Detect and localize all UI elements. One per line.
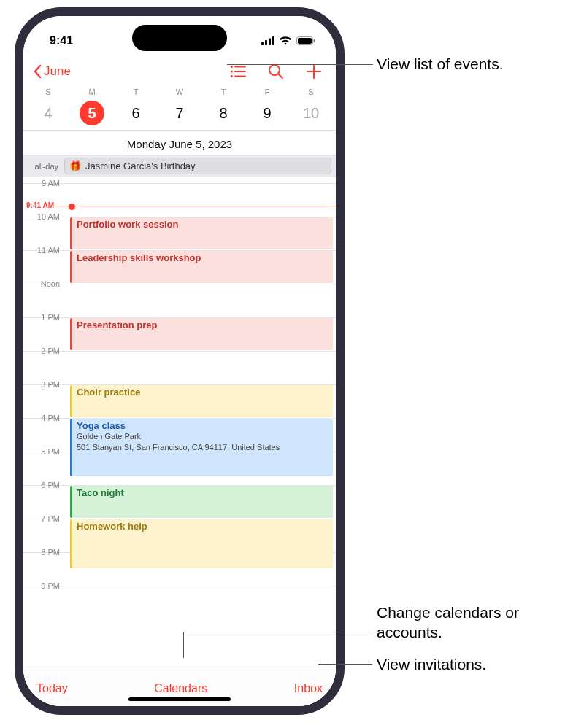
- hour-row: 9 PM: [23, 586, 336, 619]
- calendar-event[interactable]: Choir practice: [70, 385, 333, 417]
- event-title: Taco night: [77, 487, 328, 498]
- svg-rect-5: [298, 38, 312, 44]
- home-indicator: [128, 697, 231, 701]
- day-number: 6: [123, 101, 148, 125]
- cellular-icon: [261, 36, 274, 45]
- day-of-week-label: S: [289, 88, 333, 96]
- hour-label: Noon: [23, 279, 66, 288]
- day-number: 5: [80, 101, 104, 125]
- gift-icon: 🎁: [69, 160, 81, 171]
- calendar-event[interactable]: Taco night: [70, 486, 333, 518]
- week-header: S4M5T6W7T8F9S10: [23, 88, 336, 131]
- event-location: Golden Gate Park: [77, 432, 328, 442]
- callout-cal-line-h: [183, 632, 372, 632]
- add-event-button[interactable]: [305, 63, 323, 80]
- hour-label: 4 PM: [23, 414, 66, 422]
- svg-point-8: [231, 70, 233, 72]
- svg-point-9: [231, 75, 233, 77]
- current-time-indicator: 9:41 AM: [23, 206, 336, 206]
- inbox-button[interactable]: Inbox: [294, 682, 323, 695]
- day-number: 10: [299, 101, 323, 125]
- calendar-event[interactable]: Homework help: [70, 519, 333, 568]
- list-icon: [230, 65, 246, 78]
- day-number: 8: [211, 101, 236, 125]
- allday-row: all-day 🎁 Jasmine Garcia's Birthday: [23, 155, 336, 177]
- hour-label: 7 PM: [23, 514, 66, 523]
- svg-rect-1: [265, 40, 267, 45]
- svg-rect-0: [261, 42, 264, 45]
- day-of-week-label: M: [70, 88, 114, 96]
- hour-row: Noon: [23, 284, 336, 317]
- back-button[interactable]: June: [28, 61, 75, 82]
- hour-label: 2 PM: [23, 346, 66, 355]
- day-column[interactable]: T8: [201, 88, 245, 125]
- callout-calendars: Change calendars or accounts.: [377, 603, 565, 643]
- callout-inbox-line: [318, 664, 372, 665]
- calendar-event[interactable]: Leadership skills workshop: [70, 251, 333, 283]
- allday-event[interactable]: 🎁 Jasmine Garcia's Birthday: [64, 158, 331, 174]
- event-title: Portfolio work session: [77, 219, 328, 230]
- calendars-button[interactable]: Calendars: [154, 682, 207, 695]
- callout-list: View list of events.: [377, 54, 504, 74]
- nav-bar: June: [23, 55, 336, 88]
- hour-label: 11 AM: [23, 246, 66, 255]
- svg-line-14: [279, 74, 283, 79]
- day-column[interactable]: W7: [158, 88, 201, 125]
- now-dot: [69, 204, 75, 210]
- hour-label: 1 PM: [23, 313, 66, 322]
- battery-icon: [296, 36, 315, 45]
- callout-inbox: View invitations.: [377, 654, 486, 674]
- status-time: 9:41: [50, 34, 73, 47]
- hour-label: 6 PM: [23, 481, 66, 489]
- day-column[interactable]: F9: [245, 88, 289, 125]
- event-title: Leadership skills workshop: [77, 252, 328, 263]
- day-column[interactable]: M5: [70, 88, 114, 125]
- event-title: Homework help: [77, 521, 328, 532]
- day-number: 4: [36, 101, 61, 125]
- calendar-event[interactable]: Portfolio work session: [70, 217, 333, 249]
- back-label: June: [44, 64, 71, 79]
- day-column[interactable]: T6: [114, 88, 158, 125]
- svg-rect-2: [269, 39, 271, 46]
- search-icon: [268, 63, 284, 80]
- screen: 9:41 June: [23, 16, 336, 706]
- day-number: 7: [167, 101, 192, 125]
- date-heading: Monday June 5, 2023: [23, 131, 336, 155]
- hour-label: 8 PM: [23, 548, 66, 557]
- svg-rect-3: [272, 36, 274, 45]
- hour-label: 3 PM: [23, 380, 66, 389]
- day-of-week-label: T: [114, 88, 158, 96]
- allday-label: all-day: [23, 162, 64, 171]
- list-view-button[interactable]: [229, 63, 247, 80]
- search-button[interactable]: [267, 63, 285, 80]
- notch: [132, 25, 227, 51]
- hour-row: 2 PM: [23, 351, 336, 384]
- day-column[interactable]: S4: [26, 88, 70, 125]
- phone-frame: 9:41 June: [15, 7, 345, 715]
- hour-label: 10 AM: [23, 212, 66, 221]
- allday-event-title: Jasmine Garcia's Birthday: [85, 160, 196, 171]
- wifi-icon: [279, 36, 292, 45]
- calendar-event[interactable]: Presentation prep: [70, 318, 333, 350]
- day-of-week-label: W: [158, 88, 201, 96]
- event-title: Yoga class: [77, 420, 328, 431]
- hour-row: 9 AM: [23, 183, 336, 217]
- hour-label: 9 PM: [23, 581, 66, 590]
- today-button[interactable]: Today: [36, 682, 68, 695]
- event-address: 501 Stanyan St, San Francisco, CA 94117,…: [77, 443, 328, 453]
- timeline[interactable]: 9 AM10 AM11 AMNoon1 PM2 PM3 PM4 PM5 PM6 …: [23, 177, 336, 670]
- day-column[interactable]: S10: [289, 88, 333, 125]
- calendar-event[interactable]: Yoga classGolden Gate Park501 Stanyan St…: [70, 419, 333, 476]
- hour-label: 9 AM: [23, 179, 66, 187]
- plus-icon: [306, 63, 322, 80]
- day-number: 9: [255, 101, 280, 125]
- hour-label: 5 PM: [23, 447, 66, 456]
- nav-actions: [229, 63, 328, 80]
- event-title: Presentation prep: [77, 320, 328, 330]
- chevron-left-icon: [32, 64, 42, 79]
- callout-cal-line-v: [183, 632, 184, 658]
- now-time-label: 9:41 AM: [25, 201, 55, 209]
- event-title: Choir practice: [77, 387, 328, 398]
- svg-point-7: [231, 66, 233, 68]
- day-of-week-label: T: [201, 88, 245, 96]
